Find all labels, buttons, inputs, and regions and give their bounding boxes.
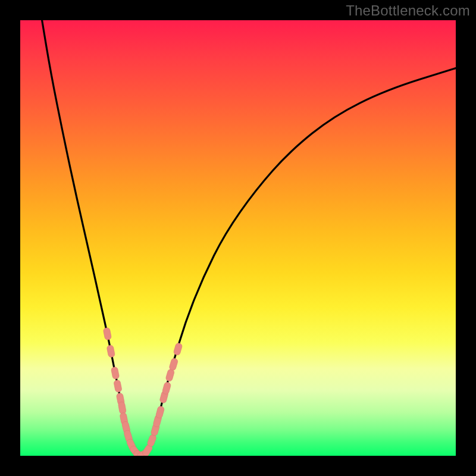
sample-marker [146,434,156,447]
sample-marker [107,345,115,358]
sample-marker [165,368,175,381]
sample-marker [155,406,165,419]
svg-rect-1 [107,345,115,358]
sample-marker [118,402,126,415]
sample-marker [173,343,183,356]
svg-rect-14 [146,434,156,447]
sample-marker [111,367,120,380]
svg-rect-20 [165,368,175,381]
svg-rect-22 [173,343,183,356]
sample-marker [169,358,178,371]
plot-area [20,20,456,456]
svg-rect-0 [103,327,112,340]
svg-rect-5 [118,402,126,415]
outer-frame: TheBottleneck.com [0,0,476,476]
svg-rect-21 [169,358,178,371]
svg-rect-2 [111,367,120,380]
bottleneck-curve [42,20,456,456]
sample-marker [114,380,123,393]
curve-layer [20,20,456,456]
watermark-text: TheBottleneck.com [346,2,470,19]
svg-rect-17 [155,406,165,419]
sample-marker [162,381,171,394]
sample-marker [103,327,112,340]
svg-rect-3 [114,380,123,393]
svg-rect-19 [162,381,171,394]
